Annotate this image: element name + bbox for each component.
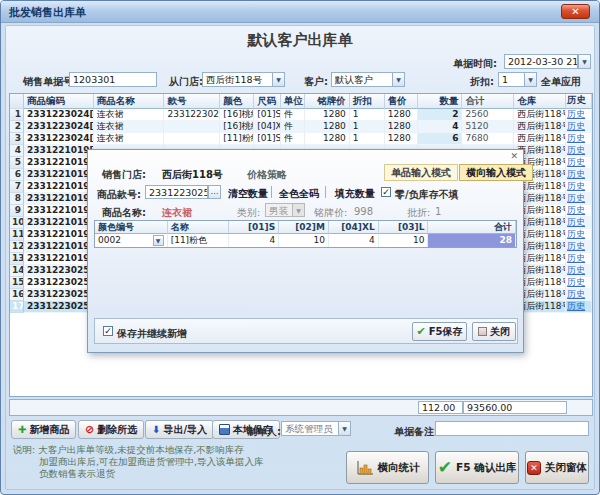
row-number[interactable]: 4 — [10, 145, 24, 157]
cell-product-code[interactable]: 2331221019[16]桃红 — [24, 241, 94, 253]
row-number[interactable]: 1 — [10, 109, 24, 121]
cell-size[interactable]: [01]S — [254, 133, 281, 145]
row-number[interactable]: 9 — [10, 205, 24, 217]
history-link[interactable]: 历史 — [567, 145, 585, 155]
add-product-button[interactable]: ✚ 新增商品 — [11, 420, 76, 439]
cell-history[interactable]: 历史 — [566, 217, 592, 229]
cell-history[interactable]: 历史 — [566, 109, 592, 121]
table-row[interactable]: 32331223024[11]粉红连衣裙[11]粉红[01]S件12801128… — [10, 133, 592, 145]
row-number[interactable]: 6 — [10, 169, 24, 181]
doc-time-dropdown[interactable]: ▼ — [578, 54, 591, 69]
cell-style-no[interactable] — [164, 133, 220, 145]
cell-product-code[interactable]: 2331223025[11]粉红 — [24, 265, 94, 277]
cell-history[interactable]: 历史 — [566, 301, 592, 313]
store-dropdown[interactable]: ▼ — [272, 72, 285, 87]
window-close-button[interactable]: ✕ — [561, 4, 590, 19]
cell-history[interactable]: 历史 — [566, 265, 592, 277]
cell-product-code[interactable]: 2331221019[11]粉红 — [24, 157, 94, 169]
cell-quantity[interactable]: 6 — [418, 133, 463, 145]
cell-history[interactable]: 历史 — [566, 193, 592, 205]
cell-style-no[interactable] — [164, 121, 220, 133]
cell-history[interactable]: 历史 — [566, 229, 592, 241]
cell-product-code[interactable]: 2331221019[11]粉红 — [24, 181, 94, 193]
row-number[interactable]: 16 — [10, 289, 24, 301]
cell-product-code[interactable]: 2331221019[11]粉红 — [24, 145, 94, 157]
cell-sale-price[interactable]: 1280 — [385, 133, 418, 145]
discount-dropdown[interactable]: ▼ — [524, 72, 537, 87]
table-row[interactable]: 12331223024[16]桃红连衣裙2331223024[16]桃红[01]… — [10, 109, 592, 121]
row-number[interactable]: 12 — [10, 241, 24, 253]
history-link[interactable]: 历史 — [567, 193, 585, 203]
cell-history[interactable]: 历史 — [566, 277, 592, 289]
cell-history[interactable]: 历史 — [566, 241, 592, 253]
dialog-cell-size-m[interactable]: 10 — [279, 234, 329, 247]
export-import-button[interactable]: ⬇ 导出/导入 — [145, 420, 214, 439]
cell-warehouse[interactable]: 西后街118号 — [514, 109, 566, 121]
history-link[interactable]: 历史 — [567, 205, 585, 215]
cell-product-code[interactable]: 2331221019[16]桃红 — [24, 253, 94, 265]
row-number[interactable]: 10 — [10, 217, 24, 229]
cell-product-code[interactable]: 2331221019[92]米白 — [24, 193, 94, 205]
cell-tag-price[interactable]: 1280 — [305, 121, 350, 133]
cell-product-code[interactable]: 2331223025[11]粉红 — [24, 277, 94, 289]
cell-history[interactable]: 历史 — [566, 289, 592, 301]
row-number[interactable]: 14 — [10, 265, 24, 277]
cell-total[interactable]: 5120 — [462, 121, 514, 133]
continue-checkbox[interactable]: ✓ — [103, 326, 113, 336]
cell-product-code[interactable]: 2331223024[16]桃红 — [24, 121, 94, 133]
cell-discount[interactable]: 1 — [350, 109, 385, 121]
customer-select[interactable]: 默认客户 — [331, 72, 393, 87]
cell-size[interactable]: [01]S — [254, 109, 281, 121]
row-number[interactable]: 15 — [10, 277, 24, 289]
cell-quantity[interactable]: 4 — [418, 121, 463, 133]
cell-product-code[interactable]: 2331221019[92]米白 — [24, 217, 94, 229]
remark-input[interactable] — [435, 421, 589, 436]
cell-history[interactable]: 历史 — [566, 133, 592, 145]
cell-product-code[interactable]: 2331223024[11]粉红 — [24, 133, 94, 145]
row-number[interactable]: 11 — [10, 229, 24, 241]
discount-input[interactable]: 1 — [498, 72, 525, 87]
dialog-close-button[interactable]: 关闭 — [472, 322, 516, 341]
cell-history[interactable]: 历史 — [566, 253, 592, 265]
cell-history[interactable]: 历史 — [566, 157, 592, 169]
row-number[interactable]: 13 — [10, 253, 24, 265]
cell-product-code[interactable]: 2331221019[92]米白 — [24, 229, 94, 241]
cell-sale-price[interactable]: 1280 — [385, 121, 418, 133]
close-window-button[interactable]: ✕ 关闭窗体 — [525, 451, 589, 484]
cell-style-no[interactable]: 2331223024 — [164, 109, 220, 121]
confirm-outbound-button[interactable]: ✔ F5 确认出库 — [435, 451, 519, 484]
dialog-close-icon[interactable]: ✕ — [510, 151, 518, 161]
cell-history[interactable]: 历史 — [566, 181, 592, 193]
maker-select[interactable]: 系统管理员 — [281, 421, 339, 436]
cell-history[interactable]: 历史 — [566, 121, 592, 133]
dialog-cell-size-s[interactable]: 4 — [229, 234, 279, 247]
cell-total[interactable]: 7680 — [462, 133, 514, 145]
chevron-down-icon[interactable]: ▼ — [153, 235, 164, 246]
history-link[interactable]: 历史 — [567, 301, 585, 311]
doc-no-input[interactable]: 1203301 — [69, 72, 157, 87]
cell-total[interactable]: 2560 — [462, 109, 514, 121]
history-link[interactable]: 历史 — [567, 229, 585, 239]
history-link[interactable]: 历史 — [567, 277, 585, 287]
cell-product-name[interactable]: 连衣裙 — [94, 133, 165, 145]
history-link[interactable]: 历史 — [567, 109, 585, 119]
history-link[interactable]: 历史 — [567, 121, 585, 131]
tab-single-item-mode[interactable]: 单品输入模式 — [384, 164, 458, 181]
cell-discount[interactable]: 1 — [350, 133, 385, 145]
store-select[interactable]: 西后街118号 — [202, 72, 273, 87]
doc-time-field[interactable]: 2012-03-30 21:52: — [504, 54, 578, 69]
dialog-cell-color-name[interactable]: [11]粉色 — [168, 234, 230, 247]
style-no-input[interactable]: 2331223025 — [145, 185, 208, 199]
cell-product-code[interactable]: 2331223024[16]桃红 — [24, 109, 94, 121]
cell-history[interactable]: 历史 — [566, 205, 592, 217]
row-number[interactable]: 17 — [10, 301, 24, 313]
cell-warehouse[interactable]: 西后街118号 — [514, 121, 566, 133]
history-link[interactable]: 历史 — [567, 169, 585, 179]
cell-color[interactable]: [16]桃红 — [220, 121, 254, 133]
all-color-size-button[interactable]: 全色全码 — [279, 187, 319, 201]
dialog-cell-row-total[interactable]: 28 — [428, 234, 516, 247]
apply-all-button[interactable]: 全单应用 — [541, 75, 581, 89]
cell-product-code[interactable]: 2331223025[11]粉红 — [24, 289, 94, 301]
cell-product-code[interactable]: 2331221019[92]米白 — [24, 205, 94, 217]
cell-unit[interactable]: 件 — [281, 133, 305, 145]
